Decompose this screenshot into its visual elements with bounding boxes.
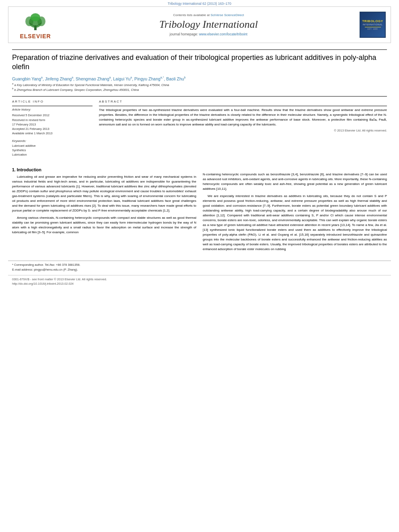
footnote-corresponding: * Corresponding author. Tel./fax: +86 37… (12, 263, 387, 267)
footnote-email: E-mail address: pingyu@henu.edu.cn (P. Z… (12, 267, 387, 272)
intro-para1: Lubricating oil and grease are imperativ… (12, 175, 196, 213)
elsevier-brand: ELSEVIER (20, 33, 51, 39)
body-right-col: N-containing heterocyclic compounds such… (203, 163, 387, 254)
footer-bar: 0301-679X/$ - see front matter © 2013 El… (8, 275, 391, 286)
elsevier-logo-area: ELSEVIER (13, 10, 58, 39)
footnote-area: * Corresponding author. Tel./fax: +86 37… (8, 261, 391, 272)
intro-para2: Among various chemicals, N-containing he… (12, 216, 196, 235)
svg-point-4 (31, 13, 40, 21)
article-dates: Received 5 December 2012 Received in rev… (12, 113, 93, 136)
journal-ref-text: Tribology International 62 (2013) 163–17… (168, 2, 231, 6)
intro-right-para1: N-containing heterocyclic compounds such… (203, 172, 387, 191)
tribology-badge: TRIBOLOGY INTERNATIONAL EST. 1968 (360, 12, 386, 38)
abstract-text: The tribological properties of two as-sy… (99, 108, 387, 127)
journal-title-header: Tribology International (58, 18, 360, 31)
keywords-list: Lubricant additive Synthetics Lubricatio… (12, 144, 93, 157)
abstract-label: ABSTRACT (99, 100, 387, 103)
article-history-label: Article history: (12, 108, 93, 111)
authors-line: Guangbin Yanga, Jinfeng Zhanga, Shengmao… (12, 76, 387, 81)
article-info-col: ARTICLE INFO Article history: Received 5… (12, 100, 93, 157)
article-title: Preparation of triazine derivatives and … (12, 53, 387, 72)
journal-homepage-link[interactable]: www.elsevier.com/locate/triboint (199, 32, 247, 36)
abstract-col: ABSTRACT The tribological properties of … (99, 100, 387, 157)
intro-heading: 1. Introduction (12, 167, 196, 172)
affiliations: a a Key Laboratory of Ministry of Educat… (12, 82, 387, 91)
keywords-label: Keywords: (12, 139, 93, 143)
sciverse-link[interactable]: SciVerse ScienceDirect (210, 13, 244, 17)
body-left-col: 1. Introduction Lubricating oil and grea… (12, 163, 196, 254)
sciverse-line: Contents lists available at SciVerse Sci… (58, 13, 360, 17)
badge-subtitle: INTERNATIONAL (362, 23, 383, 26)
journal-ref-top: Tribology International 62 (2013) 163–17… (0, 0, 399, 6)
footer-doi: http://dx.doi.org/10.1016/j.triboint.201… (12, 281, 387, 286)
footer-issn: 0301-679X/$ - see front matter © 2013 El… (12, 277, 387, 281)
journal-homepage-line: journal homepage: www.elsevier.com/locat… (58, 32, 360, 36)
badge-title: TRIBOLOGY (362, 19, 383, 23)
copyright-line: © 2013 Elsevier Ltd. All rights reserved… (99, 129, 387, 132)
header-box: ELSEVIER Contents lists available at Sci… (8, 6, 391, 43)
article-info-label: ARTICLE INFO (12, 100, 93, 103)
badge-extra: EST. 1968 (368, 28, 378, 30)
journal-header-center: Contents lists available at SciVerse Sci… (58, 13, 360, 36)
intro-right-para2: We are especially interested in triazine… (203, 194, 387, 252)
